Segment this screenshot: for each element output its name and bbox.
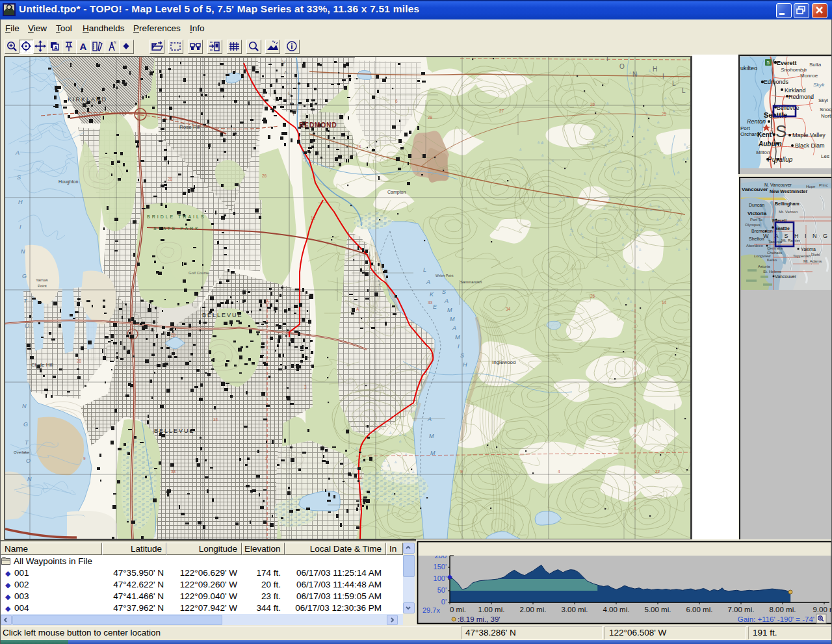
- svg-text:28: 28: [428, 115, 433, 120]
- svg-text:Weber Point: Weber Point: [436, 274, 454, 277]
- svg-text:N: N: [22, 403, 27, 409]
- svg-text:26: 26: [262, 174, 267, 178]
- svg-text:Clyde Hill: Clyde Hill: [31, 362, 53, 368]
- svg-text:O: O: [25, 322, 29, 329]
- svg-text:Kirkland: Kirkland: [785, 87, 806, 94]
- svg-text:Mt. Rainier: Mt. Rainier: [781, 238, 800, 242]
- svg-text:A: A: [54, 45, 58, 51]
- svg-text:M: M: [430, 450, 436, 456]
- svg-text:Gain: +116' -190' = -74': Gain: +116' -190' = -74': [738, 615, 814, 623]
- svg-text:33: 33: [171, 469, 176, 474]
- svg-text:STATE PARK: STATE PARK: [153, 226, 200, 231]
- svg-text:4.00 mi.: 4.00 mi.: [603, 606, 630, 613]
- svg-text:27: 27: [499, 109, 504, 113]
- svg-text:M: M: [455, 334, 460, 341]
- svg-text:S: S: [442, 289, 446, 295]
- svg-text:29.7x: 29.7x: [422, 606, 440, 614]
- svg-text:Edmonds: Edmonds: [764, 79, 789, 85]
- svg-text:Black Diam: Black Diam: [795, 142, 825, 149]
- svg-text:5: 5: [767, 60, 770, 66]
- svg-text:Vancouver: Vancouver: [775, 274, 797, 279]
- svg-text:25: 25: [662, 112, 667, 116]
- svg-text:L: L: [682, 87, 686, 94]
- svg-text:A: A: [356, 307, 359, 311]
- svg-text:A: A: [15, 149, 20, 156]
- svg-text:12: 12: [311, 216, 316, 220]
- svg-text:BELLEVUE: BELLEVUE: [202, 312, 243, 318]
- svg-text:O: O: [26, 457, 31, 464]
- svg-text:H: H: [463, 361, 467, 368]
- svg-text:Maple Valley: Maple Valley: [792, 132, 826, 138]
- svg-text:Redmond: Redmond: [788, 94, 814, 100]
- svg-text:A: A: [444, 298, 448, 304]
- svg-text:L: L: [423, 266, 426, 273]
- svg-text:5.00 mi.: 5.00 mi.: [645, 606, 671, 613]
- svg-text:M: M: [450, 316, 455, 322]
- svg-text:North: North: [821, 113, 832, 119]
- svg-text:Snohomish: Snohomish: [781, 67, 807, 73]
- svg-text:Yakima: Yakima: [801, 247, 816, 251]
- svg-text:V: V: [282, 59, 286, 65]
- svg-text:2.00 mi.: 2.00 mi.: [520, 606, 547, 613]
- svg-text:26: 26: [590, 294, 595, 298]
- svg-text:Mt. Vernon: Mt. Vernon: [779, 210, 798, 214]
- svg-text:Y: Y: [292, 111, 296, 117]
- svg-text:Orchard: Orchard: [740, 131, 759, 137]
- svg-text:Port: Port: [740, 125, 750, 131]
- svg-text:M: M: [447, 307, 452, 313]
- svg-text:BELLEVUE: BELLEVUE: [154, 428, 195, 434]
- svg-text:A: A: [284, 70, 288, 75]
- svg-text:14: 14: [662, 300, 667, 305]
- svg-text:Sulta: Sulta: [809, 62, 822, 68]
- svg-text:Richl: Richl: [811, 253, 820, 257]
- svg-text:7.00 mi.: 7.00 mi.: [728, 606, 755, 613]
- svg-text:29: 29: [171, 333, 176, 337]
- svg-text:A: A: [426, 279, 430, 285]
- svg-text:S: S: [17, 174, 21, 181]
- svg-text:9.00 m: 9.00 m: [812, 606, 832, 613]
- svg-text:0': 0': [441, 598, 447, 606]
- svg-text:4: 4: [558, 469, 560, 474]
- svg-text:N: N: [21, 248, 25, 255]
- svg-text:K: K: [430, 291, 434, 298]
- svg-text:Overlake: Overlake: [14, 450, 30, 454]
- svg-text:Toppenish: Toppenish: [793, 254, 811, 258]
- svg-text:Puyallup: Puyallup: [768, 156, 793, 163]
- svg-text:0 mi.: 0 mi.: [450, 606, 466, 613]
- svg-text:S: S: [460, 352, 464, 359]
- svg-text:22: 22: [655, 469, 660, 474]
- svg-text:Kelso: Kelso: [767, 258, 777, 262]
- svg-text:3: 3: [265, 456, 268, 461]
- svg-text:Campton: Campton: [387, 190, 406, 195]
- svg-text:Yarrow: Yarrow: [36, 278, 48, 282]
- svg-text:Astoria: Astoria: [758, 264, 770, 268]
- svg-text:Milton: Milton: [756, 149, 770, 155]
- svg-text:A: A: [80, 41, 87, 52]
- svg-text:28: 28: [168, 177, 173, 181]
- svg-text:6: 6: [395, 99, 398, 103]
- svg-text:Snoqua: Snoqua: [820, 107, 832, 112]
- svg-text:Bellingham: Bellingham: [775, 201, 800, 207]
- svg-text:G: G: [23, 421, 28, 428]
- svg-text:Hope: Hope: [806, 185, 816, 188]
- svg-text:4: 4: [359, 476, 362, 480]
- svg-text:N. Vancouver: N. Vancouver: [764, 183, 792, 187]
- svg-text:H: H: [653, 66, 657, 73]
- svg-text:Seattle: Seattle: [775, 226, 790, 231]
- svg-text:Mt. Adams: Mt. Adams: [803, 259, 822, 263]
- svg-text:Aberdeen: Aberdeen: [746, 244, 763, 248]
- svg-text:Rose Hill: Rose Hill: [179, 124, 200, 130]
- svg-text:Sammamish: Sammamish: [460, 280, 482, 284]
- svg-text:Duncan: Duncan: [749, 203, 764, 207]
- svg-text:E: E: [433, 303, 437, 310]
- svg-text:S: S: [775, 122, 786, 141]
- svg-text:27: 27: [265, 300, 270, 305]
- svg-text:A: A: [427, 416, 432, 422]
- svg-text:Monroe: Monroe: [800, 73, 818, 79]
- svg-text:34: 34: [213, 417, 218, 422]
- svg-text:N: N: [27, 476, 32, 482]
- svg-text:I: I: [662, 73, 664, 80]
- svg-text:L: L: [286, 80, 289, 86]
- svg-text:3.00 mi.: 3.00 mi.: [562, 606, 588, 613]
- svg-text:L: L: [672, 80, 676, 87]
